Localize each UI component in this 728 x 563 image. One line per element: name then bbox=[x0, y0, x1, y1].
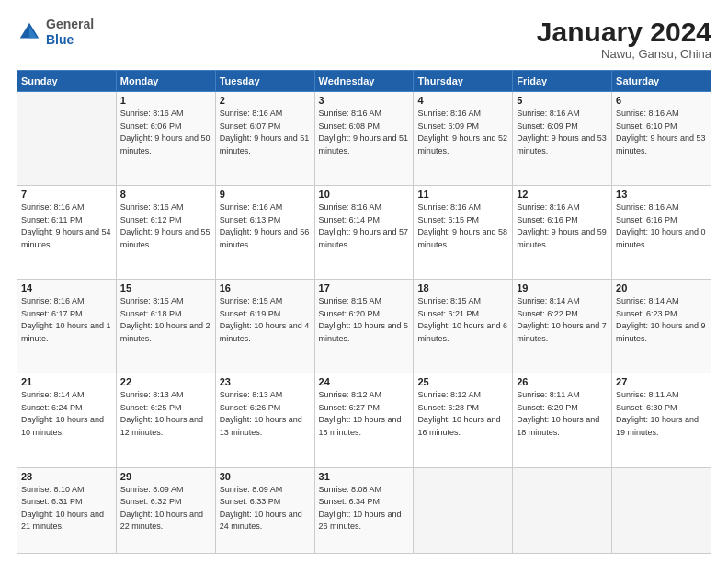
calendar-cell: 18Sunrise: 8:15 AMSunset: 6:21 PMDayligh… bbox=[414, 280, 513, 373]
day-number: 26 bbox=[517, 376, 608, 387]
sunset: Sunset: 6:09 PM bbox=[417, 121, 479, 131]
day-number: 2 bbox=[220, 95, 311, 106]
sunrise: Sunrise: 8:13 AM bbox=[220, 390, 283, 399]
sunset: Sunset: 6:19 PM bbox=[220, 309, 281, 318]
day-info: Sunrise: 8:16 AMSunset: 6:16 PMDaylight:… bbox=[616, 201, 707, 251]
day-info: Sunrise: 8:15 AMSunset: 6:19 PMDaylight:… bbox=[220, 295, 311, 345]
daylight: Daylight: 10 hours and 2 minutes. bbox=[120, 321, 210, 343]
sunrise: Sunrise: 8:13 AM bbox=[120, 390, 184, 399]
day-info: Sunrise: 8:16 AMSunset: 6:15 PMDaylight:… bbox=[417, 201, 508, 251]
calendar: SundayMondayTuesdayWednesdayThursdayFrid… bbox=[17, 70, 711, 554]
sunrise: Sunrise: 8:15 AM bbox=[120, 296, 184, 305]
sunrise: Sunrise: 8:15 AM bbox=[417, 296, 481, 305]
logo-icon bbox=[17, 19, 42, 45]
page: General Blue January 2024 Nawu, Gansu, C… bbox=[0, 0, 728, 563]
calendar-cell: 9Sunrise: 8:16 AMSunset: 6:13 PMDaylight… bbox=[215, 186, 314, 280]
day-number: 21 bbox=[21, 376, 112, 387]
day-number: 14 bbox=[21, 282, 112, 293]
sunset: Sunset: 6:27 PM bbox=[319, 403, 381, 412]
day-info: Sunrise: 8:16 AMSunset: 6:09 PMDaylight:… bbox=[517, 108, 608, 157]
sunset: Sunset: 6:13 PM bbox=[220, 215, 281, 224]
sunset: Sunset: 6:15 PM bbox=[417, 215, 479, 224]
day-number: 20 bbox=[616, 282, 707, 293]
sunset: Sunset: 6:06 PM bbox=[120, 121, 182, 131]
sunrise: Sunrise: 8:14 AM bbox=[21, 390, 85, 399]
sunrise: Sunrise: 8:16 AM bbox=[517, 109, 580, 118]
daylight: Daylight: 10 hours and 7 minutes. bbox=[517, 321, 607, 343]
day-number: 12 bbox=[517, 189, 608, 200]
calendar-cell: 10Sunrise: 8:16 AMSunset: 6:14 PMDayligh… bbox=[314, 186, 414, 280]
daylight: Daylight: 10 hours and 9 minutes. bbox=[616, 321, 706, 343]
day-info: Sunrise: 8:16 AMSunset: 6:17 PMDaylight:… bbox=[21, 295, 112, 345]
weekday-header-thursday: Thursday bbox=[414, 71, 513, 92]
calendar-cell bbox=[17, 92, 117, 186]
day-info: Sunrise: 8:12 AMSunset: 6:27 PMDaylight:… bbox=[319, 389, 410, 439]
daylight: Daylight: 9 hours and 51 minutes. bbox=[319, 133, 409, 155]
calendar-cell: 20Sunrise: 8:14 AMSunset: 6:23 PMDayligh… bbox=[612, 280, 711, 373]
day-number: 15 bbox=[120, 282, 211, 293]
sunrise: Sunrise: 8:16 AM bbox=[220, 109, 283, 118]
day-number: 8 bbox=[120, 189, 211, 200]
calendar-cell bbox=[414, 467, 513, 553]
daylight: Daylight: 9 hours and 52 minutes. bbox=[417, 133, 507, 155]
sunset: Sunset: 6:31 PM bbox=[21, 497, 83, 506]
day-info: Sunrise: 8:15 AMSunset: 6:18 PMDaylight:… bbox=[120, 295, 211, 345]
calendar-cell: 7Sunrise: 8:16 AMSunset: 6:11 PMDaylight… bbox=[17, 186, 117, 280]
sunset: Sunset: 6:16 PM bbox=[616, 215, 677, 224]
sunset: Sunset: 6:08 PM bbox=[319, 121, 381, 131]
calendar-cell: 22Sunrise: 8:13 AMSunset: 6:25 PMDayligh… bbox=[116, 373, 215, 467]
day-number: 9 bbox=[220, 189, 311, 200]
day-number: 4 bbox=[417, 95, 508, 106]
sunrise: Sunrise: 8:15 AM bbox=[319, 296, 382, 305]
daylight: Daylight: 9 hours and 53 minutes. bbox=[616, 133, 706, 155]
daylight: Daylight: 10 hours and 12 minutes. bbox=[120, 415, 203, 437]
day-number: 1 bbox=[120, 95, 211, 106]
sunrise: Sunrise: 8:08 AM bbox=[319, 485, 382, 494]
day-number: 3 bbox=[319, 95, 410, 106]
calendar-cell: 27Sunrise: 8:11 AMSunset: 6:30 PMDayligh… bbox=[612, 373, 711, 467]
calendar-cell bbox=[513, 467, 612, 553]
day-number: 28 bbox=[21, 471, 112, 482]
sunrise: Sunrise: 8:15 AM bbox=[220, 296, 283, 305]
sunset: Sunset: 6:26 PM bbox=[220, 403, 281, 412]
day-info: Sunrise: 8:14 AMSunset: 6:23 PMDaylight:… bbox=[616, 295, 707, 345]
sunrise: Sunrise: 8:16 AM bbox=[616, 109, 679, 118]
calendar-cell: 15Sunrise: 8:15 AMSunset: 6:18 PMDayligh… bbox=[116, 280, 215, 373]
weekday-header-sunday: Sunday bbox=[17, 71, 117, 92]
daylight: Daylight: 10 hours and 1 minute. bbox=[21, 321, 111, 343]
sunset: Sunset: 6:11 PM bbox=[21, 215, 83, 224]
day-info: Sunrise: 8:16 AMSunset: 6:12 PMDaylight:… bbox=[120, 201, 211, 251]
day-number: 5 bbox=[517, 95, 608, 106]
day-info: Sunrise: 8:12 AMSunset: 6:28 PMDaylight:… bbox=[417, 389, 508, 439]
sunset: Sunset: 6:17 PM bbox=[21, 309, 83, 318]
header: General Blue January 2024 Nawu, Gansu, C… bbox=[17, 17, 711, 61]
day-info: Sunrise: 8:15 AMSunset: 6:20 PMDaylight:… bbox=[319, 295, 410, 345]
day-info: Sunrise: 8:16 AMSunset: 6:16 PMDaylight:… bbox=[517, 201, 608, 251]
day-number: 31 bbox=[319, 471, 410, 482]
daylight: Daylight: 10 hours and 13 minutes. bbox=[220, 415, 302, 437]
sunset: Sunset: 6:24 PM bbox=[21, 403, 83, 412]
day-info: Sunrise: 8:14 AMSunset: 6:22 PMDaylight:… bbox=[517, 295, 608, 345]
calendar-cell: 23Sunrise: 8:13 AMSunset: 6:26 PMDayligh… bbox=[215, 373, 314, 467]
calendar-cell: 4Sunrise: 8:16 AMSunset: 6:09 PMDaylight… bbox=[414, 92, 513, 186]
weekday-header-wednesday: Wednesday bbox=[314, 71, 414, 92]
sunrise: Sunrise: 8:16 AM bbox=[120, 202, 184, 212]
sunrise: Sunrise: 8:16 AM bbox=[220, 202, 283, 212]
sunset: Sunset: 6:20 PM bbox=[319, 309, 381, 318]
weekday-header-saturday: Saturday bbox=[612, 71, 711, 92]
sunset: Sunset: 6:12 PM bbox=[120, 215, 182, 224]
calendar-cell: 19Sunrise: 8:14 AMSunset: 6:22 PMDayligh… bbox=[513, 280, 612, 373]
weekday-header-tuesday: Tuesday bbox=[215, 71, 314, 92]
daylight: Daylight: 10 hours and 21 minutes. bbox=[21, 510, 104, 532]
day-number: 10 bbox=[319, 189, 410, 200]
day-info: Sunrise: 8:09 AMSunset: 6:32 PMDaylight:… bbox=[120, 484, 211, 534]
daylight: Daylight: 10 hours and 18 minutes. bbox=[517, 415, 599, 437]
title-area: January 2024 Nawu, Gansu, China bbox=[537, 17, 711, 61]
daylight: Daylight: 10 hours and 4 minutes. bbox=[220, 321, 310, 343]
calendar-cell: 12Sunrise: 8:16 AMSunset: 6:16 PMDayligh… bbox=[513, 186, 612, 280]
daylight: Daylight: 10 hours and 22 minutes. bbox=[120, 510, 203, 532]
sunrise: Sunrise: 8:12 AM bbox=[319, 390, 382, 399]
sunrise: Sunrise: 8:16 AM bbox=[120, 109, 184, 118]
day-info: Sunrise: 8:16 AMSunset: 6:11 PMDaylight:… bbox=[21, 201, 112, 251]
month-title: January 2024 bbox=[537, 17, 711, 47]
